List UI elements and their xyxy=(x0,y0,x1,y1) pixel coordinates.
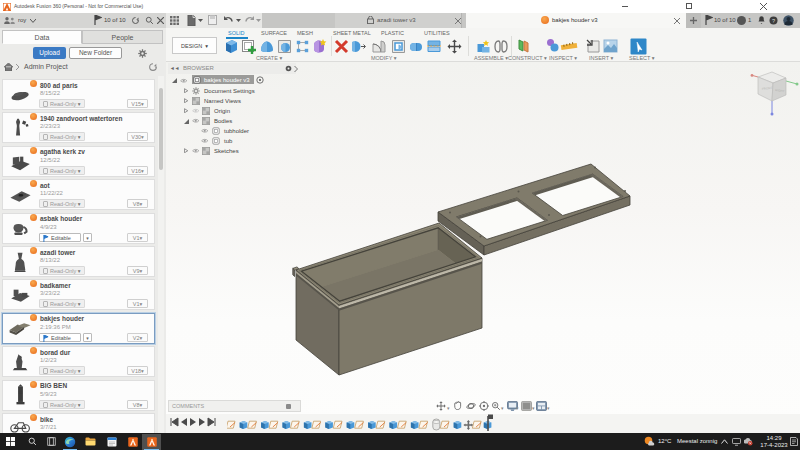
svg-text:?: ? xyxy=(772,17,775,23)
